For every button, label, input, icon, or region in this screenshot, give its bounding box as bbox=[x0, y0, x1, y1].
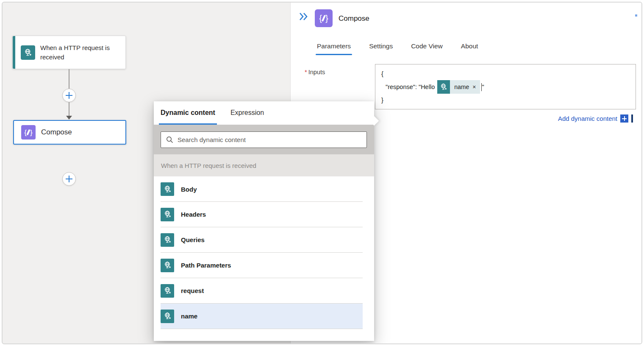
inputs-editor[interactable]: { "response": "Hello name × " } bbox=[375, 64, 636, 109]
insert-step-button[interactable] bbox=[62, 89, 76, 102]
collapse-panel-icon[interactable] bbox=[299, 12, 309, 21]
tab-settings[interactable]: Settings bbox=[369, 42, 393, 55]
required-marker: * bbox=[305, 69, 307, 75]
search-band bbox=[154, 125, 374, 154]
connector-arrowhead bbox=[66, 116, 72, 120]
http-request-icon bbox=[161, 310, 174, 323]
http-request-icon bbox=[21, 45, 35, 60]
add-dynamic-content-row: Add dynamic content bbox=[558, 114, 633, 123]
panel-title: Compose bbox=[339, 14, 369, 23]
search-input[interactable] bbox=[178, 136, 361, 143]
compose-panel-icon: {} bbox=[315, 9, 333, 27]
http-request-icon bbox=[161, 208, 174, 221]
http-request-icon bbox=[437, 80, 450, 94]
panel-tabs: Parameters Settings Code View About bbox=[317, 42, 478, 55]
dynamic-token-name[interactable]: name × bbox=[437, 80, 480, 94]
compose-action-card[interactable]: {} Compose bbox=[13, 120, 126, 145]
search-box[interactable] bbox=[161, 131, 367, 148]
http-request-icon bbox=[161, 284, 174, 298]
trigger-accent-bar bbox=[13, 36, 15, 69]
tab-expression[interactable]: Expression bbox=[230, 109, 264, 125]
token-label: name bbox=[454, 81, 469, 92]
remove-token-icon[interactable]: × bbox=[472, 81, 476, 92]
add-dynamic-content-bar bbox=[631, 114, 633, 123]
app-window: When a HTTP request is received {} Compo… bbox=[2, 2, 642, 344]
dynamic-content-list: Body Headers Queries Path Parameters bbox=[154, 176, 374, 329]
code-closing-quote: " bbox=[482, 81, 484, 92]
code-open-brace: { bbox=[381, 68, 630, 79]
list-item-queries[interactable]: Queries bbox=[161, 227, 363, 253]
compose-card-label: Compose bbox=[41, 128, 72, 137]
panel-menu-dot[interactable] bbox=[635, 14, 637, 17]
connector-line bbox=[69, 102, 69, 116]
list-item-body[interactable]: Body bbox=[161, 176, 363, 202]
add-dynamic-content-plus-icon[interactable] bbox=[620, 114, 628, 123]
search-icon bbox=[166, 136, 173, 143]
tab-code-view[interactable]: Code View bbox=[411, 42, 443, 55]
trigger-card-label: When a HTTP request is received bbox=[40, 43, 125, 62]
code-response-text: "response": "Hello bbox=[381, 81, 435, 92]
trigger-card-http-request[interactable]: When a HTTP request is received bbox=[12, 36, 126, 69]
inputs-field-label: *Inputs bbox=[305, 69, 325, 75]
tab-dynamic-content[interactable]: Dynamic content bbox=[161, 109, 215, 125]
list-item-headers[interactable]: Headers bbox=[161, 202, 363, 227]
code-close-brace: } bbox=[381, 95, 630, 106]
http-request-icon bbox=[161, 233, 174, 247]
list-item-request[interactable]: request bbox=[161, 278, 363, 304]
dynamic-content-popup: Dynamic content Expression When a HTTP r… bbox=[154, 101, 374, 341]
add-dynamic-content-link[interactable]: Add dynamic content bbox=[558, 115, 617, 122]
list-item-name[interactable]: name bbox=[161, 304, 363, 329]
popup-tabs: Dynamic content Expression bbox=[154, 101, 374, 125]
compose-icon: {} bbox=[21, 125, 36, 140]
http-request-icon bbox=[161, 182, 174, 196]
http-request-icon bbox=[161, 259, 174, 272]
list-item-path-parameters[interactable]: Path Parameters bbox=[161, 253, 363, 278]
connector-line bbox=[69, 69, 69, 89]
add-step-button[interactable] bbox=[62, 172, 76, 186]
popup-section-header: When a HTTP request is received bbox=[154, 154, 374, 176]
tab-parameters[interactable]: Parameters bbox=[317, 42, 351, 55]
tab-about[interactable]: About bbox=[461, 42, 478, 55]
